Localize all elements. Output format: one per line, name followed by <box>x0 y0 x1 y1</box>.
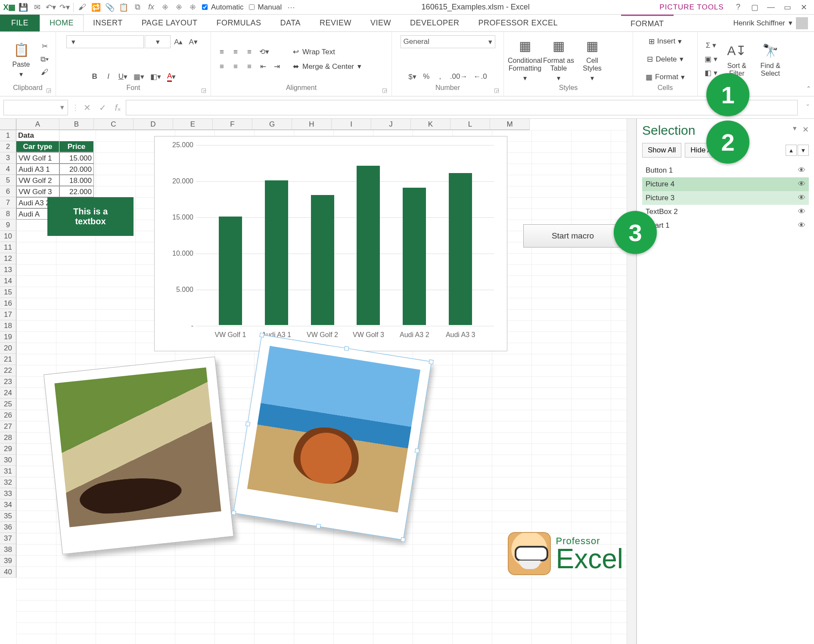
row-19[interactable]: 19 <box>0 331 16 343</box>
format-as-table-button[interactable]: ▦Format as Table▾ <box>542 36 575 82</box>
account-user[interactable]: Henrik Schiffner ▾ <box>727 15 814 31</box>
undo-icon[interactable]: ↶▾ <box>44 1 58 13</box>
visibility-toggle-icon[interactable]: 👁 <box>798 221 805 230</box>
merge-center-button[interactable]: ⬌Merge & Center ▾ <box>288 59 367 74</box>
selection-item[interactable]: Button 1👁 <box>642 164 809 177</box>
row-8[interactable]: 8 <box>0 208 16 220</box>
accounting-icon[interactable]: $▾ <box>406 70 419 83</box>
increase-font-icon[interactable]: A▴ <box>171 35 185 48</box>
tab-professor-excel[interactable]: PROFESSOR EXCEL <box>469 15 568 31</box>
comma-icon[interactable]: , <box>434 70 447 83</box>
indent-dec-icon[interactable]: ⇤ <box>257 60 270 73</box>
visibility-toggle-icon[interactable]: 👁 <box>798 180 805 189</box>
cell-A4[interactable]: Audi A3 1 <box>16 164 59 175</box>
row-25[interactable]: 25 <box>0 399 16 410</box>
align-center-icon[interactable]: ≡ <box>229 60 242 73</box>
row-33[interactable]: 33 <box>0 488 16 499</box>
clipboard-launcher-icon[interactable]: ◲ <box>46 87 51 93</box>
cell-B3[interactable]: 15.000 <box>59 152 94 164</box>
border-icon[interactable]: ▦▾ <box>131 70 147 83</box>
qat-more-icon[interactable]: ⋯ <box>284 1 298 13</box>
collapse-ribbon-icon[interactable]: ˄ <box>807 85 811 94</box>
alignment-launcher-icon[interactable]: ◲ <box>382 87 387 93</box>
row-31[interactable]: 31 <box>0 466 16 477</box>
row-headers[interactable]: 1234567891011121314151617181920212223242… <box>0 130 16 578</box>
decrease-decimal-icon[interactable]: ←.0 <box>471 70 489 83</box>
ungroup-icon[interactable]: ⁜ <box>172 1 186 13</box>
indent-inc-icon[interactable]: ⇥ <box>270 60 283 73</box>
font-color-icon[interactable]: A▾ <box>165 70 178 83</box>
picture-3-cat[interactable] <box>43 356 234 554</box>
align-middle-icon[interactable]: ≡ <box>229 46 242 59</box>
insert-cells-button[interactable]: ⊞Insert ▾ <box>649 34 682 48</box>
row-17[interactable]: 17 <box>0 309 16 320</box>
fill-icon[interactable]: ▣ ▾ <box>702 53 720 66</box>
row-23[interactable]: 23 <box>0 376 16 387</box>
row-6[interactable]: 6 <box>0 186 16 197</box>
cell-A1[interactable]: Data <box>16 130 59 141</box>
align-left-icon[interactable]: ≡ <box>215 60 228 73</box>
row-22[interactable]: 22 <box>0 365 16 376</box>
row-1[interactable]: 1 <box>0 130 16 141</box>
align-top-icon[interactable]: ≡ <box>215 46 228 59</box>
expand-formula-bar-icon[interactable]: ˅ <box>801 103 814 112</box>
col-F[interactable]: F <box>213 119 252 130</box>
embedded-textbox[interactable]: This is a textbox <box>47 197 134 236</box>
cell-B2[interactable]: Price <box>59 141 94 152</box>
format-painter-icon[interactable]: 🖌 <box>38 66 51 79</box>
selection-item[interactable]: TextBox 2👁 <box>642 205 809 219</box>
row-35[interactable]: 35 <box>0 511 16 522</box>
selection-handle-icon[interactable] <box>316 524 321 529</box>
mail-icon[interactable]: ✉ <box>30 1 44 13</box>
maximize-icon[interactable]: ▭ <box>780 3 795 12</box>
show-all-button[interactable]: Show All <box>642 143 681 158</box>
row-39[interactable]: 39 <box>0 555 16 567</box>
number-format-combo[interactable]: General▾ <box>401 35 495 48</box>
outline-icon[interactable]: ⁜ <box>186 1 199 13</box>
row-30[interactable]: 30 <box>0 455 16 466</box>
replace-icon[interactable]: 🔁 <box>89 1 103 13</box>
autosum-icon[interactable]: Σ ▾ <box>702 39 720 52</box>
col-J[interactable]: J <box>371 119 411 130</box>
decrease-font-icon[interactable]: A▾ <box>186 35 200 48</box>
col-L[interactable]: L <box>450 119 490 130</box>
col-I[interactable]: I <box>332 119 371 130</box>
col-A[interactable]: A <box>16 119 59 130</box>
visibility-toggle-icon[interactable]: 👁 <box>798 166 805 175</box>
copy-icon[interactable]: ⧉▾ <box>38 53 51 66</box>
calc-automatic-checkbox[interactable]: Automatic <box>202 3 244 12</box>
font-size-combo[interactable]: ▾ <box>145 35 171 48</box>
name-box[interactable]: ▾ <box>3 100 68 115</box>
save-icon[interactable]: 💾 <box>16 1 30 13</box>
col-B[interactable]: B <box>59 119 94 130</box>
cancel-formula-icon[interactable]: ✕ <box>79 102 95 113</box>
col-H[interactable]: H <box>292 119 332 130</box>
number-launcher-icon[interactable]: ◲ <box>494 87 499 93</box>
row-29[interactable]: 29 <box>0 443 16 455</box>
selection-item[interactable]: Picture 3👁 <box>642 191 809 205</box>
tab-page-layout[interactable]: PAGE LAYOUT <box>132 15 207 31</box>
row-32[interactable]: 32 <box>0 477 16 488</box>
enter-formula-icon[interactable]: ✓ <box>95 102 110 113</box>
col-E[interactable]: E <box>173 119 213 130</box>
cell-B5[interactable]: 18.000 <box>59 175 94 186</box>
sort-filter-button[interactable]: A↧Sort & Filter <box>720 41 754 77</box>
ribbon-display-icon[interactable]: ▢ <box>747 3 762 12</box>
font-launcher-icon[interactable]: ◲ <box>201 87 206 93</box>
col-G[interactable]: G <box>252 119 292 130</box>
worksheet-grid[interactable]: A B C D E F G H I J K L M 12345678910111… <box>0 119 637 644</box>
row-18[interactable]: 18 <box>0 320 16 331</box>
send-backward-icon[interactable]: ▼ <box>798 145 809 156</box>
help-icon[interactable]: ? <box>730 3 746 12</box>
selection-handle-icon[interactable] <box>259 333 264 337</box>
fx-button-icon[interactable]: fₓ <box>110 102 126 113</box>
orientation-icon[interactable]: ⟲▾ <box>257 46 272 59</box>
selection-handle-icon[interactable] <box>344 346 349 351</box>
row-38[interactable]: 38 <box>0 544 16 555</box>
row-27[interactable]: 27 <box>0 421 16 432</box>
close-icon[interactable]: ✕ <box>796 3 811 12</box>
cell-A6[interactable]: VW Golf 3 <box>16 186 59 197</box>
tab-data[interactable]: DATA <box>271 15 310 31</box>
wrap-text-button[interactable]: ↩Wrap Text <box>288 45 367 59</box>
tab-file[interactable]: FILE <box>0 15 40 31</box>
